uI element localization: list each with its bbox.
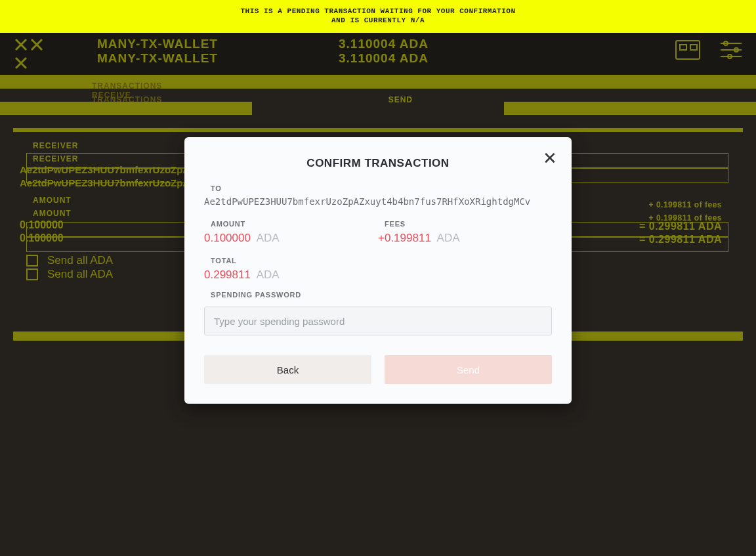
close-icon[interactable]: ✕ (543, 152, 557, 165)
amount-number: 0.100000 (204, 232, 251, 244)
total-unit: ADA (257, 268, 280, 281)
amount-label: AMOUNT (211, 220, 378, 228)
amount-unit: ADA (257, 232, 280, 244)
confirm-transaction-dialog: ✕ CONFIRM TRANSACTION TO Ae2tdPwUPEZ3HUU… (184, 137, 572, 404)
to-label: TO (211, 184, 552, 192)
fees-number: +0.199811 (378, 232, 431, 244)
banner-line-2: AND IS CURRENTLY N/A (0, 16, 756, 25)
total-label: TOTAL (211, 257, 552, 265)
total-value: 0.299811 ADA (204, 268, 552, 282)
total-number: 0.299811 (204, 268, 251, 281)
amount-value: 0.100000 ADA (204, 232, 378, 245)
top-banner: THIS IS A PENDING TRANSACTION WAITING FO… (0, 0, 756, 33)
modal-title: CONFIRM TRANSACTION (204, 157, 552, 170)
fees-value: +0.199811 ADA (378, 232, 552, 245)
fees-label: FEES (385, 220, 552, 228)
send-button[interactable]: Send (385, 355, 552, 384)
to-value: Ae2tdPwUPEZ3HUU7bmfexrUzoZpAZxuyt4b4bn7f… (204, 196, 552, 207)
back-button[interactable]: Back (204, 355, 371, 384)
spending-password-input[interactable] (204, 307, 552, 335)
modal-overlay: ✕ CONFIRM TRANSACTION TO Ae2tdPwUPEZ3HUU… (0, 0, 756, 556)
password-label: SPENDING PASSWORD (211, 291, 552, 299)
fees-unit: ADA (437, 232, 460, 244)
banner-line-1: THIS IS A PENDING TRANSACTION WAITING FO… (0, 7, 756, 16)
